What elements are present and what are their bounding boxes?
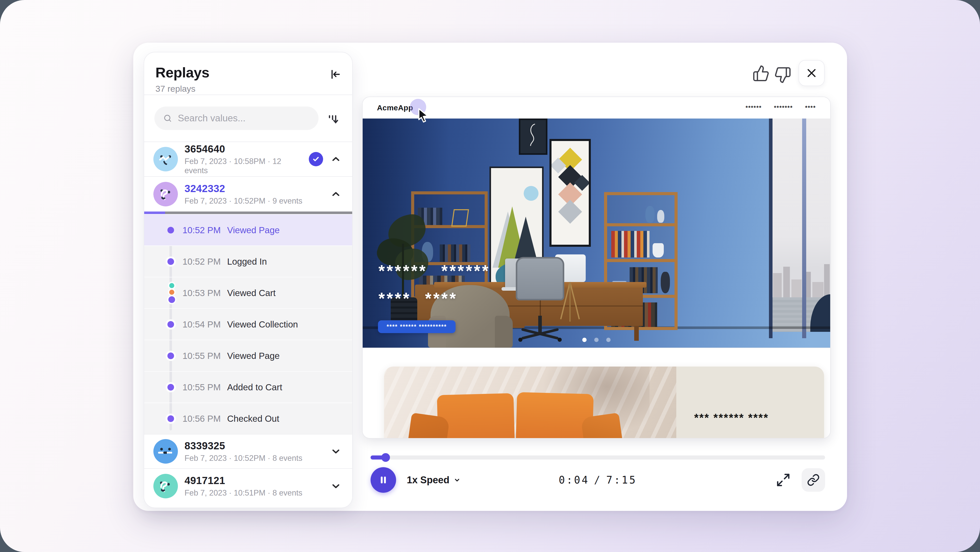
collapse-session-button[interactable]	[330, 188, 342, 200]
collapse-session-button[interactable]	[330, 153, 342, 165]
player-controls: 1x Speed 0:04 / 7:15	[371, 467, 825, 495]
hero-masked-title-line2: **** ****	[379, 289, 458, 308]
carousel-dot-active[interactable]	[582, 338, 587, 342]
session-meta: Feb 7, 2023 · 10:51PM · 8 events	[185, 488, 323, 498]
sofa-back-cushion	[437, 393, 515, 438]
time-total: 7:15	[606, 474, 637, 486]
avatar-face	[153, 474, 178, 498]
vase-dark	[661, 272, 670, 293]
replayed-nav: ****** ******* ****	[746, 104, 816, 111]
event-name: Added to Cart	[227, 382, 282, 392]
event-dot-purple	[169, 296, 175, 303]
collapse-sidebar-button[interactable]	[328, 67, 342, 81]
expand-icon	[776, 472, 791, 487]
event-row-viewed-collection[interactable]: 10:54 PM Viewed Collection	[144, 308, 352, 340]
cursor-pointer-icon	[415, 107, 432, 124]
sofa-back-cushion	[515, 392, 593, 438]
player-right-controls	[775, 467, 825, 493]
event-name: Viewed Page	[227, 225, 280, 235]
vase	[657, 210, 664, 223]
carousel-dots[interactable]	[582, 338, 611, 342]
link-icon	[807, 474, 820, 487]
session-info: 3242332 Feb 7, 2023 · 10:52PM · 9 events	[185, 183, 323, 206]
avatar-face	[153, 439, 178, 464]
event-name: Logged In	[227, 257, 267, 267]
session-progress-track	[165, 212, 352, 214]
page-title: Replays	[156, 64, 341, 81]
expand-session-button[interactable]	[330, 480, 342, 492]
search-input-container[interactable]	[154, 107, 318, 130]
session-id-active: 3242332	[185, 183, 323, 195]
avatar	[153, 147, 178, 171]
nav-masked-link[interactable]: *******	[774, 104, 793, 111]
collapse-left-icon	[328, 68, 342, 81]
search-row	[144, 95, 352, 142]
event-row-added-to-cart[interactable]: 10:55 PM Added to Cart	[144, 371, 352, 402]
chevron-down-icon	[330, 480, 342, 492]
replay-count: 37 replays	[156, 84, 341, 94]
sofa-photo	[384, 367, 676, 438]
vase	[646, 206, 655, 223]
carousel-dot[interactable]	[594, 338, 599, 342]
replayed-appbar: AcmeApp ****** ******* ****	[363, 97, 830, 118]
replayed-site-logo: AcmeApp	[377, 104, 413, 112]
nav-masked-link[interactable]: ****	[805, 104, 816, 111]
expand-session-button[interactable]	[330, 445, 342, 458]
thumbs-up-button[interactable]	[752, 64, 770, 82]
frame-portrait	[519, 118, 547, 155]
event-dot	[167, 384, 174, 391]
window-mullion	[802, 118, 806, 338]
session-row-3242332[interactable]: 3242332 Feb 7, 2023 · 10:52PM · 9 events	[144, 177, 352, 212]
chevron-down-icon	[330, 446, 342, 457]
thumbs-down-icon	[774, 66, 791, 84]
nav-masked-link[interactable]: ******	[746, 104, 762, 111]
event-row-checked-out[interactable]: 10:56 PM Checked Out	[144, 402, 352, 434]
sidebar-header: Replays 37 replays	[144, 53, 352, 95]
event-row-viewed-page-1[interactable]: 10:52 PM Viewed Page	[144, 214, 352, 246]
event-name: Viewed Cart	[227, 288, 275, 298]
product-card[interactable]: *** ****** ****	[384, 367, 824, 438]
session-row-4917121[interactable]: 4917121 Feb 7, 2023 · 10:51PM · 8 events	[144, 469, 352, 504]
session-id: 4917121	[185, 475, 323, 487]
sort-button[interactable]	[326, 110, 342, 126]
check-icon	[312, 155, 320, 163]
copy-link-button[interactable]	[802, 468, 825, 492]
fullscreen-button[interactable]	[775, 472, 791, 488]
event-row-viewed-page-2[interactable]: 10:55 PM Viewed Page	[144, 340, 352, 371]
hero-cta-button[interactable]: **** ****** **********	[378, 320, 455, 333]
session-progress-bar[interactable]	[144, 212, 352, 214]
event-time: 10:56 PM	[183, 413, 221, 424]
session-id: 3654640	[185, 143, 302, 155]
event-row-logged-in[interactable]: 10:52 PM Logged In	[144, 246, 352, 277]
time-separator: /	[594, 474, 601, 486]
session-info: 3654640 Feb 7, 2023 · 10:58PM · 12 event…	[185, 143, 302, 175]
books	[440, 244, 470, 262]
thumbs-up-icon	[752, 65, 770, 82]
event-row-viewed-cart[interactable]: 10:53 PM Viewed Cart	[144, 277, 352, 308]
window-mullion	[769, 118, 773, 338]
poster-diamonds	[549, 139, 591, 247]
sort-descending-icon	[326, 111, 341, 126]
progress-handle[interactable]	[381, 453, 390, 462]
session-row-8339325[interactable]: 8339325 Feb 7, 2023 · 10:52PM · 8 events	[144, 434, 352, 469]
event-time: 10:53 PM	[183, 288, 221, 298]
session-row-3654640[interactable]: 3654640 Feb 7, 2023 · 10:58PM · 12 event…	[144, 142, 352, 177]
event-dot	[167, 258, 174, 265]
event-name: Checked Out	[227, 413, 279, 424]
page-background: Replays 37 replays	[0, 0, 980, 552]
search-input[interactable]	[177, 113, 310, 124]
avatar	[153, 474, 178, 498]
playback-progress-bar[interactable]	[371, 455, 825, 459]
carousel-dot[interactable]	[606, 338, 611, 342]
close-button[interactable]	[799, 60, 824, 86]
books	[611, 231, 649, 257]
wire-decor	[451, 209, 469, 227]
content-section: *** ****** ****	[363, 348, 830, 438]
event-name: Viewed Collection	[227, 319, 298, 330]
chevron-up-icon	[330, 153, 342, 165]
replay-viewport: AcmeApp ****** ******* ****	[363, 97, 830, 438]
event-time: 10:54 PM	[183, 319, 221, 330]
replay-modal: Replays 37 replays	[133, 43, 847, 511]
thumbs-down-button[interactable]	[774, 66, 792, 84]
product-masked-text: *** ****** ****	[694, 412, 769, 424]
